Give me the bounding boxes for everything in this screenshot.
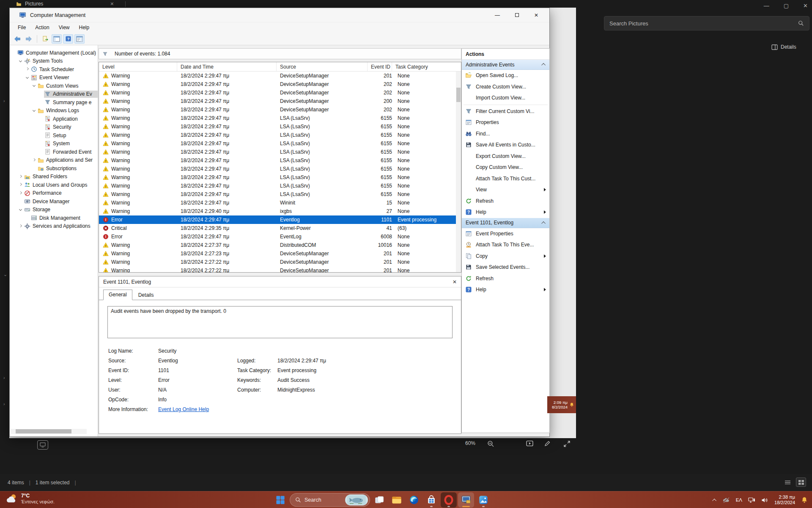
tree-item-body[interactable]: Forwarded Event (44, 148, 98, 155)
collapse-icon[interactable] (541, 63, 546, 67)
volume-icon[interactable] (761, 497, 768, 503)
chevron-right-icon[interactable] (18, 190, 24, 196)
show-action-pane-button[interactable] (74, 34, 85, 44)
event-row[interactable]: !Warning18/2/2024 2:27:22 πμDeviceSetupM… (99, 266, 456, 272)
thumbnail-view-button[interactable] (796, 478, 806, 487)
event-row[interactable]: !Warning18/2/2024 2:29:47 πμLSA (LsaSrv)… (99, 173, 456, 182)
event-row[interactable]: !Warning18/2/2024 2:29:47 πμLSA (LsaSrv)… (99, 131, 456, 139)
event-row[interactable]: !Error18/2/2024 2:29:47 πμEventLog6008No… (99, 232, 456, 241)
event-row[interactable]: !Warning18/2/2024 2:29:47 πμLSA (LsaSrv)… (99, 156, 456, 165)
events-vertical-scrollbar[interactable] (456, 72, 461, 272)
close-icon[interactable]: ✕ (803, 3, 808, 9)
slideshow-button[interactable] (526, 440, 533, 447)
minimize-icon[interactable]: — (764, 3, 769, 9)
tree-item-body[interactable]: Custom Views (37, 82, 98, 89)
action-item-copy[interactable]: Copy (462, 251, 549, 262)
export-list-button[interactable] (40, 34, 50, 44)
action-item-create-custom-view[interactable]: Create Custom View... (462, 81, 549, 93)
title-bar[interactable]: Computer Management — ✕ (10, 8, 549, 22)
event-row[interactable]: !Warning18/2/2024 2:29:47 πμLSA (LsaSrv)… (99, 182, 456, 190)
action-item-view[interactable]: View (462, 184, 549, 196)
event-row[interactable]: !Warning18/2/2024 2:27:22 πμDeviceSetupM… (99, 258, 456, 266)
tree-item[interactable]: System (10, 140, 98, 148)
menu-view[interactable]: View (54, 23, 74, 32)
action-item-event-properties[interactable]: Event Properties (462, 228, 549, 240)
background-monitor-icon[interactable] (37, 440, 48, 450)
maximize-button[interactable] (507, 8, 527, 22)
collapse-icon[interactable] (541, 221, 546, 225)
tab-close-icon[interactable]: ✕ (110, 1, 114, 7)
forward-button[interactable] (24, 34, 34, 44)
event-row[interactable]: !Warning18/2/2024 2:29:47 πμDeviceSetupM… (99, 105, 456, 114)
tree-item-body[interactable]: System Tools (24, 58, 98, 65)
actions-section-header[interactable]: Administrative Events (462, 60, 549, 70)
tree-item[interactable]: Forwarded Event (10, 148, 98, 156)
chevron-right-icon[interactable] (25, 66, 30, 72)
search-pictures-box[interactable]: Search Pictures (604, 16, 809, 30)
column-header-date-and-time[interactable]: Date and Time (177, 62, 277, 71)
event-row[interactable]: !Warning18/2/2024 2:29:47 πμLSA (LsaSrv)… (99, 148, 456, 156)
tree-item[interactable]: Application (10, 115, 98, 123)
taskbar-clock[interactable]: 2:38 πμ 18/2/2024 (774, 494, 795, 505)
tree-item[interactable]: Setup (10, 131, 98, 140)
event-row[interactable]: !Warning18/2/2024 2:29:47 πμLSA (LsaSrv)… (99, 114, 456, 122)
actions-section-header[interactable]: Event 1101, Eventlog (462, 218, 549, 228)
event-row[interactable]: !Warning18/2/2024 2:29:47 πμLSA (LsaSrv)… (99, 165, 456, 173)
column-header-level[interactable]: Level (99, 62, 177, 71)
start-button[interactable] (272, 492, 288, 508)
event-message-box[interactable]: Audit events have been dropped by the tr… (107, 306, 453, 338)
chevron-right-icon[interactable] (18, 224, 24, 229)
tree-item-body[interactable]: Storage (24, 206, 98, 213)
tree-item-body[interactable]: Windows Logs (37, 107, 98, 114)
notification-bell-icon[interactable] (801, 497, 808, 503)
action-item-copy-custom-view[interactable]: Copy Custom View... (462, 162, 549, 173)
tree-item[interactable]: Applications and Ser (10, 156, 98, 165)
tree-item-body[interactable]: Security (44, 124, 98, 131)
action-item-attach-task-to-this-eve[interactable]: Attach Task To This Eve... (462, 239, 549, 251)
tree-item-body[interactable]: Shared Folders (24, 173, 98, 180)
help-button[interactable]: ? (63, 34, 73, 44)
action-item-help[interactable]: ?Help (462, 284, 549, 295)
tree-item[interactable]: Performance (10, 189, 98, 198)
tree-item-body[interactable]: Task Scheduler (30, 66, 98, 73)
action-item-help[interactable]: ?Help (462, 207, 549, 218)
background-pictures-tab[interactable]: Pictures ✕ (16, 1, 114, 7)
tree-item-body[interactable]: Disk Management (30, 214, 98, 221)
scrollbar-thumb[interactable] (456, 88, 461, 102)
chevron-down-icon[interactable] (32, 108, 37, 113)
tree-item[interactable]: Administrative Ev (10, 90, 98, 99)
tree-item-body[interactable]: Summary page e (44, 99, 98, 106)
tree-item-body[interactable]: Application (44, 115, 98, 122)
tree-item-body[interactable]: Event Viewer (30, 74, 98, 81)
chevron-down-icon[interactable] (18, 207, 24, 213)
store-taskbar-button[interactable] (423, 492, 439, 508)
task-view-taskbar-button[interactable] (371, 492, 387, 508)
event-row[interactable]: Critical18/2/2024 2:29:35 πμKernel-Power… (99, 224, 456, 232)
edge-taskbar-button[interactable] (406, 492, 422, 508)
taskbar-search-box[interactable]: Search (290, 493, 370, 507)
event-row[interactable]: !Warning18/2/2024 2:27:37 πμDistributedC… (99, 241, 456, 249)
chevron-right-icon[interactable] (32, 157, 37, 163)
tab-general[interactable]: General (103, 290, 132, 300)
tree-item[interactable]: Subscriptions (10, 164, 98, 173)
tree-item-body[interactable]: Applications and Ser (37, 157, 98, 164)
scrollbar-thumb[interactable] (16, 429, 71, 433)
action-item-attach-task-to-this-cust[interactable]: Attach Task To This Cust... (462, 173, 549, 185)
chevron-right-icon[interactable] (18, 182, 24, 188)
event-log-online-help-link[interactable]: Event Log Online Help (158, 406, 226, 412)
tree-item[interactable]: Windows Logs (10, 107, 98, 115)
tree-item[interactable]: Local Users and Groups (10, 181, 98, 189)
action-item-export-custom-view[interactable]: Export Custom View... (462, 151, 549, 162)
back-button[interactable] (12, 34, 22, 44)
tree-item[interactable]: Event Viewer (10, 74, 98, 82)
chevron-down-icon[interactable] (25, 75, 30, 80)
list-view-button[interactable] (782, 478, 793, 487)
close-button[interactable]: ✕ (527, 8, 546, 22)
event-row[interactable]: !Warning18/2/2024 2:27:23 πμDeviceSetupM… (99, 249, 456, 258)
tree-item-body[interactable]: Subscriptions (37, 165, 98, 172)
network-icon[interactable] (748, 497, 755, 503)
event-row[interactable]: !Warning18/2/2024 2:29:47 πμWininit15Non… (99, 199, 456, 207)
tree-horizontal-scrollbar[interactable] (11, 429, 87, 434)
tree-item[interactable]: Security (10, 123, 98, 132)
action-item-refresh[interactable]: Refresh (462, 196, 549, 207)
